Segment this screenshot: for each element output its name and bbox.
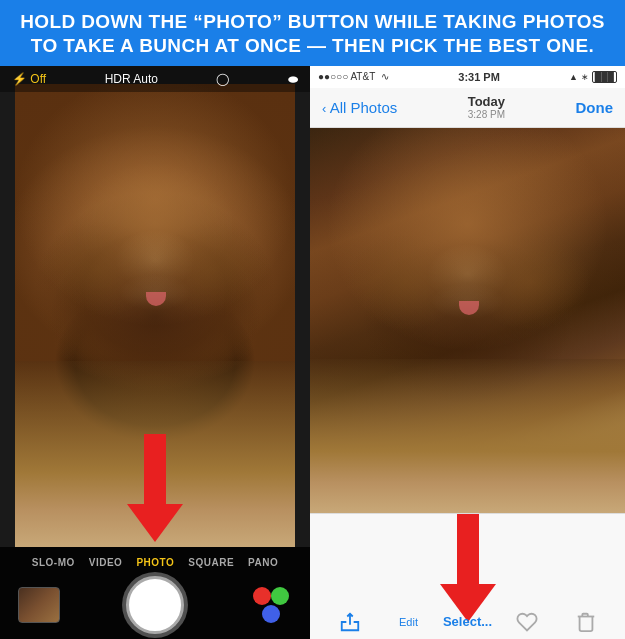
photos-panel: ●●○○○ AT&T ∿ 3:31 PM ▲ ∗ ███ ‹ All Photo… <box>310 66 625 640</box>
arrow-head <box>127 504 183 542</box>
blue-circle <box>262 605 280 623</box>
toolbar-icons-row: Edit Select... <box>310 597 625 640</box>
mode-pano[interactable]: PANO <box>241 555 285 570</box>
photos-nav-title: Today <box>468 94 505 109</box>
delete-button[interactable] <box>556 611 615 633</box>
camera-top-bar: ⚡ Off HDR Auto ◯ ⬬ <box>0 66 310 92</box>
mode-video[interactable]: VIDEO <box>82 555 130 570</box>
flash-control[interactable]: ⚡ Off <box>12 72 46 86</box>
carrier-signal: ●●○○○ AT&T <box>318 71 375 82</box>
camera-modes-bar: SLO-MO VIDEO PHOTO SQUARE PANO <box>0 547 310 574</box>
status-right: ▲ ∗ ███ <box>569 71 617 83</box>
wifi-icon: ∿ <box>381 71 389 82</box>
bluetooth-icon: ∗ <box>581 72 589 82</box>
header-line2: TO TAKE A BUNCH AT ONCE — THEN PICK THE … <box>20 34 605 58</box>
location-icon: ▲ <box>569 72 578 82</box>
trash-icon <box>575 611 597 633</box>
heart-icon <box>516 611 538 633</box>
photos-toolbar: Edit Select... <box>310 513 625 640</box>
photos-center: Today 3:28 PM <box>468 94 505 120</box>
header-banner: HOLD DOWN THE “PHOTO” BUTTON WHILE TAKIN… <box>0 0 625 66</box>
arrow-body <box>144 434 166 504</box>
select-button[interactable]: Select... <box>438 614 497 629</box>
edit-button[interactable]: Edit <box>379 616 438 628</box>
mode-slomo[interactable]: SLO-MO <box>25 555 82 570</box>
edit-label: Edit <box>399 616 418 628</box>
iphone-status-bar: ●●○○○ AT&T ∿ 3:31 PM ▲ ∗ ███ <box>310 66 625 88</box>
camera-controls-row <box>0 574 310 640</box>
share-button[interactable] <box>320 611 379 633</box>
share-icon <box>339 611 361 633</box>
photo-display-area <box>310 128 625 513</box>
mode-square[interactable]: SQUARE <box>181 555 241 570</box>
all-photos-button[interactable]: ‹ All Photos <box>322 99 397 116</box>
status-time: 3:31 PM <box>458 71 500 83</box>
camera-red-arrow <box>127 434 183 542</box>
red-circle <box>253 587 271 605</box>
header-line1: HOLD DOWN THE “PHOTO” BUTTON WHILE TAKIN… <box>20 10 605 34</box>
flip-camera-icon[interactable]: ⬬ <box>288 72 298 86</box>
done-button[interactable]: Done <box>576 99 614 116</box>
photos-arrow-body <box>457 514 479 584</box>
photo-paw-area <box>310 359 625 513</box>
battery-icon: ███ <box>592 71 617 83</box>
all-photos-label: All Photos <box>330 99 398 116</box>
camera-extra-icon <box>250 587 292 623</box>
photos-nav-subtitle: 3:28 PM <box>468 109 505 120</box>
color-circles-icon <box>253 587 289 623</box>
select-label: Select... <box>443 614 492 629</box>
camera-panel: ⚡ Off HDR Auto ◯ ⬬ SLO-MO VIDEO PHOTO SQ… <box>0 66 310 640</box>
status-left: ●●○○○ AT&T ∿ <box>318 71 389 82</box>
timer-icon[interactable]: ◯ <box>216 72 229 86</box>
back-chevron-icon: ‹ <box>322 101 326 116</box>
camera-thumbnail[interactable] <box>18 587 60 623</box>
hdr-control[interactable]: HDR Auto <box>105 72 158 86</box>
camera-bottom-controls: SLO-MO VIDEO PHOTO SQUARE PANO <box>0 547 310 640</box>
photos-nav-bar: ‹ All Photos Today 3:28 PM Done <box>310 88 625 128</box>
main-content: ⚡ Off HDR Auto ◯ ⬬ SLO-MO VIDEO PHOTO SQ… <box>0 66 625 640</box>
favorite-button[interactable] <box>497 611 556 633</box>
mode-photo[interactable]: PHOTO <box>129 555 181 570</box>
green-circle <box>271 587 289 605</box>
shutter-button[interactable] <box>126 576 184 634</box>
